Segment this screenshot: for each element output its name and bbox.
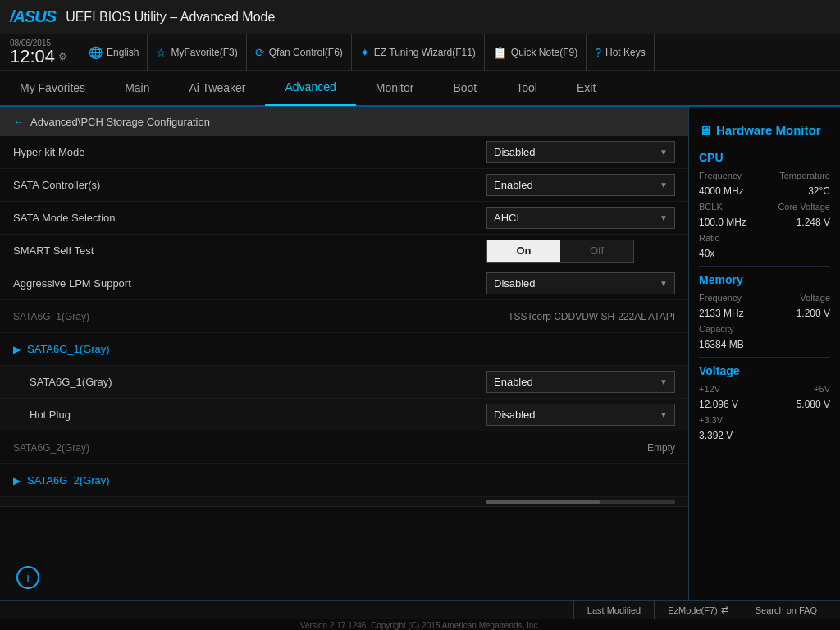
mem-volt-label: Voltage bbox=[800, 293, 830, 303]
smart-self-test-toggle[interactable]: On Off bbox=[486, 240, 634, 262]
sata6g1-sub-dropdown[interactable]: Enabled ▼ bbox=[486, 371, 675, 393]
cpu-temp-value: 32°C bbox=[808, 185, 830, 197]
info-button[interactable]: i bbox=[16, 566, 39, 589]
hot-keys-label: Hot Keys bbox=[605, 47, 646, 58]
aggressive-lpm-dropdown[interactable]: Disabled ▼ bbox=[486, 272, 675, 294]
mem-cap-value: 16384 MB bbox=[699, 339, 744, 350]
smart-self-test-control[interactable]: On Off bbox=[486, 240, 675, 262]
footer-top: Last Modified EzMode(F7) ⇄ Search on FAQ bbox=[0, 601, 840, 619]
v5-value: 5.080 V bbox=[797, 399, 830, 410]
quick-note-label: Quick Note(F9) bbox=[511, 47, 578, 58]
fan-icon: ⟳ bbox=[255, 46, 265, 59]
memory-label: Memory bbox=[699, 273, 743, 286]
qfan-label: Qfan Control(F6) bbox=[269, 47, 343, 58]
cpu-ratio-row: Ratio bbox=[699, 233, 830, 243]
footer: Last Modified EzMode(F7) ⇄ Search on FAQ… bbox=[0, 600, 840, 630]
mem-volt-value: 1.200 V bbox=[797, 308, 830, 319]
language-label: English bbox=[107, 47, 139, 58]
cpu-bclk-label: BCLK bbox=[699, 202, 723, 212]
hot-plug-dropdown[interactable]: Disabled ▼ bbox=[486, 404, 675, 426]
nav-my-favorites[interactable]: My Favorites bbox=[0, 70, 105, 106]
smart-self-test-label: SMART Self Test bbox=[13, 244, 486, 257]
mem-freq-label: Frequency bbox=[699, 293, 742, 303]
search-faq-label: Search on FAQ bbox=[756, 605, 817, 615]
nav-advanced-label: Advanced bbox=[285, 80, 336, 94]
chevron-down-icon: ▼ bbox=[660, 213, 668, 222]
sata6g1-sub-label: SATA6G_1(Gray) bbox=[13, 376, 486, 388]
sata-controller-value: Enabled bbox=[494, 179, 533, 191]
v33-row: +3.3V bbox=[699, 415, 830, 425]
nav-advanced[interactable]: Advanced bbox=[265, 70, 355, 106]
aggressive-lpm-control[interactable]: Disabled ▼ bbox=[486, 272, 675, 294]
cpu-bclk-value-row: 100.0 MHz 1.248 V bbox=[699, 217, 830, 228]
chevron-down-icon: ▼ bbox=[660, 148, 668, 157]
myfavorite-button[interactable]: ☆ MyFavorite(F3) bbox=[148, 34, 246, 71]
sata-mode-label: SATA Mode Selection bbox=[13, 212, 486, 224]
last-modified-button[interactable]: Last Modified bbox=[573, 601, 654, 619]
cpu-core-volt-value: 1.248 V bbox=[797, 217, 830, 228]
quick-note-button[interactable]: 📋 Quick Note(F9) bbox=[485, 34, 587, 71]
last-modified-label: Last Modified bbox=[587, 605, 641, 615]
wand-icon: ✦ bbox=[360, 46, 370, 59]
language-selector[interactable]: 🌐 English bbox=[80, 34, 148, 71]
cpu-freq-row: Frequency Temperature bbox=[699, 171, 830, 180]
cpu-freq-value: 4000 MHz bbox=[699, 185, 744, 197]
content-area: ← Advanced\PCH Storage Configuration Hyp… bbox=[0, 107, 688, 600]
mem-cap-value-row: 16384 MB bbox=[699, 339, 830, 350]
search-faq-button[interactable]: Search on FAQ bbox=[742, 601, 830, 619]
nav-exit[interactable]: Exit bbox=[557, 70, 615, 106]
sata-mode-dropdown[interactable]: AHCI ▼ bbox=[486, 207, 675, 229]
nav-monitor[interactable]: Monitor bbox=[356, 70, 434, 106]
bios-title: UEFI BIOS Utility – Advanced Mode bbox=[66, 10, 275, 25]
hyper-kit-mode-dropdown[interactable]: Disabled ▼ bbox=[486, 141, 675, 163]
chevron-down-icon: ▼ bbox=[660, 180, 668, 189]
nav-boot-label: Boot bbox=[453, 81, 477, 94]
cpu-divider bbox=[699, 144, 830, 144]
version-info: Version 2.17.1246. Copyright (C) 2015 Am… bbox=[0, 619, 840, 630]
nav-exit-label: Exit bbox=[577, 81, 596, 94]
header-bar: /ASUS UEFI BIOS Utility – Advanced Mode bbox=[0, 0, 840, 34]
nav-main[interactable]: Main bbox=[105, 70, 169, 106]
hotkeys-icon: ? bbox=[595, 46, 601, 59]
sata-mode-control[interactable]: AHCI ▼ bbox=[486, 207, 675, 229]
hot-plug-control[interactable]: Disabled ▼ bbox=[486, 404, 675, 426]
globe-icon: 🌐 bbox=[89, 46, 103, 59]
v12-value-row: 12.096 V 5.080 V bbox=[699, 399, 830, 410]
hot-plug-value: Disabled bbox=[494, 409, 536, 421]
qfan-button[interactable]: ⟳ Qfan Control(F6) bbox=[247, 34, 352, 71]
sata6g2-info-label: SATA6G_2(Gray) bbox=[13, 442, 647, 454]
nav-boot[interactable]: Boot bbox=[433, 70, 496, 106]
asus-logo: /ASUS bbox=[10, 7, 56, 26]
datetime-display: 08/06/2015 12:04 ⚙ bbox=[10, 39, 67, 66]
nav-ai-tweaker[interactable]: Ai Tweaker bbox=[169, 70, 265, 106]
sata-controller-control[interactable]: Enabled ▼ bbox=[486, 174, 675, 196]
sata6g2-expand-row[interactable]: ▶ SATA6G_2(Gray) bbox=[0, 464, 688, 497]
expand-icon-2: ▶ bbox=[13, 475, 21, 486]
breadcrumb-arrow[interactable]: ← bbox=[13, 116, 24, 128]
sata6g1-sub-value: Enabled bbox=[494, 376, 533, 388]
top-bar: 08/06/2015 12:04 ⚙ 🌐 English ☆ MyFavorit… bbox=[0, 34, 840, 71]
cpu-temp-label: Temperature bbox=[779, 171, 830, 180]
hot-keys-button[interactable]: ? Hot Keys bbox=[587, 34, 654, 71]
nav-bar: My Favorites Main Ai Tweaker Advanced Mo… bbox=[0, 71, 840, 107]
toggle-on-button[interactable]: On bbox=[487, 240, 560, 262]
sata6g1-sub-row: SATA6G_1(Gray) Enabled ▼ bbox=[0, 366, 688, 399]
sata-controller-dropdown[interactable]: Enabled ▼ bbox=[486, 174, 675, 196]
cpu-bclk-row: BCLK Core Voltage bbox=[699, 202, 830, 212]
toggle-off-button[interactable]: Off bbox=[560, 240, 633, 262]
nav-tool[interactable]: Tool bbox=[496, 70, 557, 106]
sata6g1-info-value: TSSTcorp CDDVDW SH-222AL ATAPI bbox=[508, 311, 675, 322]
mem-cap-label: Capacity bbox=[699, 324, 734, 334]
ez-mode-button[interactable]: EzMode(F7) ⇄ bbox=[654, 601, 742, 619]
sata6g1-expand-row[interactable]: ▶ SATA6G_1(Gray) bbox=[0, 333, 688, 366]
ez-tuning-button[interactable]: ✦ EZ Tuning Wizard(F11) bbox=[352, 34, 485, 71]
sata6g1-sub-control[interactable]: Enabled ▼ bbox=[486, 371, 675, 393]
v33-label: +3.3V bbox=[699, 415, 723, 425]
aggressive-lpm-value: Disabled bbox=[494, 277, 536, 290]
scroll-hint-row bbox=[0, 497, 688, 507]
gear-icon[interactable]: ⚙ bbox=[58, 51, 67, 62]
hyper-kit-mode-control[interactable]: Disabled ▼ bbox=[486, 141, 675, 163]
star-icon: ☆ bbox=[156, 46, 167, 59]
myfavorite-label: MyFavorite(F3) bbox=[171, 47, 237, 58]
v5-label: +5V bbox=[814, 384, 830, 394]
